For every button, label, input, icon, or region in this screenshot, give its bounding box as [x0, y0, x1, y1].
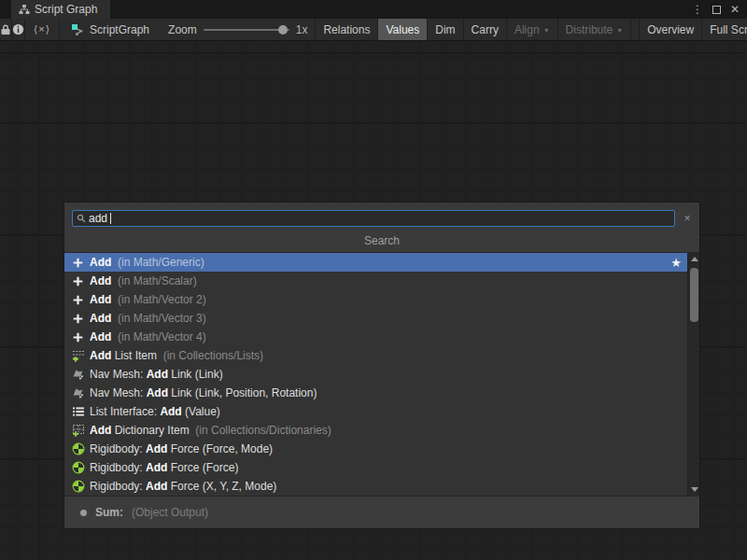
- zoom-label: Zoom: [168, 23, 197, 36]
- info-icon: [12, 23, 24, 35]
- toolbar-button-dim[interactable]: Dim: [428, 19, 463, 40]
- graph-name-label: ScriptGraph: [90, 23, 149, 36]
- list-item[interactable]: Nav Mesh: Add Link (Link): [64, 365, 687, 384]
- toolbar-button-overview[interactable]: Overview: [639, 19, 702, 40]
- list-item[interactable]: Add (in Math/Generic)★: [64, 253, 687, 272]
- toolbar-button-label: Align: [514, 23, 540, 36]
- search-row: add ×: [64, 203, 699, 230]
- list-item-category: (in Collections/Lists): [157, 349, 263, 362]
- results-list-container: Add (in Math/Generic)★Add (in Math/Scala…: [64, 253, 699, 496]
- list-item[interactable]: Rigidbody: Add Force (Force): [64, 458, 687, 477]
- plus-icon: [71, 274, 85, 287]
- clear-search-icon[interactable]: ×: [681, 212, 694, 225]
- info-button[interactable]: [12, 19, 25, 40]
- toolbar-button-label: Distribute: [566, 23, 613, 36]
- list-item[interactable]: Add (in Math/Vector 2): [64, 290, 687, 309]
- list-item-label: Add (in Math/Vector 3): [90, 312, 206, 325]
- chevron-down-icon: ▼: [543, 27, 550, 34]
- finder-footer: Sum: (Object Output): [64, 496, 699, 528]
- list-item[interactable]: List Interface: Add (Value): [64, 402, 687, 421]
- list-item[interactable]: Rigidbody: Add Force (X, Y, Z, Mode): [64, 477, 687, 496]
- search-query-text: add: [89, 211, 107, 226]
- toolbar-button-carry[interactable]: Carry: [464, 19, 507, 40]
- toolbar-button-label: Dim: [435, 23, 455, 36]
- toolbar-button-group: RelationsValuesDimCarryAlign▼Distribute▼…: [316, 19, 747, 40]
- chevron-down-icon: ▼: [616, 27, 623, 34]
- toolbar-button-label: Relations: [323, 23, 370, 36]
- list-item-category: (in Collections/Dictionaries): [190, 424, 331, 437]
- search-icon: [77, 214, 86, 223]
- list-item-label: Add Dictionary Item (in Collections/Dict…: [90, 424, 331, 437]
- toolbar-button-full-screen[interactable]: Full Screen: [702, 19, 747, 40]
- zoom-slider-handle[interactable]: [278, 25, 288, 35]
- text-caret: [110, 213, 111, 224]
- unity-script-graph-window: Script Graph ⋮ ✕ ⟨×⟩ ScriptGraph Zoom 1x: [0, 0, 747, 560]
- plus-icon: [71, 330, 85, 343]
- list-item-label: Add List Item (in Collections/Lists): [90, 349, 263, 362]
- list-item-label: Nav Mesh: Add Link (Link, Position, Rota…: [90, 386, 317, 399]
- list-item-label: Rigidbody: Add Force (Force): [90, 461, 238, 474]
- toolbar-button-label: Carry: [472, 23, 499, 36]
- footer-title: Sum:: [95, 506, 123, 519]
- list-item[interactable]: Add (in Math/Vector 4): [64, 328, 687, 346]
- tab-label: Script Graph: [35, 3, 97, 16]
- toolbar-button-align[interactable]: Align▼: [507, 19, 558, 40]
- list-item-label: Add (in Math/Scalar): [90, 274, 197, 287]
- add-list-item-icon: [71, 349, 85, 362]
- list-item-label: Add (in Math/Vector 4): [90, 330, 206, 343]
- toolbar-button-values[interactable]: Values: [378, 19, 428, 40]
- plus-icon: [71, 256, 85, 269]
- toolbar-button-label: Values: [386, 23, 419, 36]
- code-view-button[interactable]: ⟨×⟩: [25, 19, 60, 40]
- rigidbody-icon: [71, 442, 85, 455]
- list-item[interactable]: Add (in Math/Vector 3): [64, 309, 687, 328]
- graph-breadcrumb[interactable]: ScriptGraph: [60, 19, 161, 40]
- list-item[interactable]: Rigidbody: Add Force (Force, Mode): [64, 440, 687, 458]
- list-item[interactable]: Add List Item (in Collections/Lists): [64, 346, 687, 365]
- title-bar: Script Graph ⋮ ✕: [0, 0, 747, 19]
- lock-button[interactable]: [0, 19, 12, 40]
- toolbar-button-distribute[interactable]: Distribute▼: [558, 19, 632, 40]
- list-item-category: (in Math/Vector 3): [111, 312, 205, 325]
- list-item-label: Rigidbody: Add Force (Force, Mode): [90, 442, 273, 455]
- list-item-category: (in Math/Generic): [111, 256, 204, 269]
- tab-script-graph[interactable]: Script Graph: [11, 0, 110, 19]
- list-item-category: (in Math/Scalar): [111, 274, 196, 287]
- graph-hierarchy-icon: [19, 4, 30, 15]
- add-dictionary-item-icon: [71, 424, 85, 437]
- scroll-up-icon[interactable]: [688, 253, 700, 265]
- toolbar-button-label: Full Screen: [710, 23, 747, 36]
- list-item-label: Add (in Math/Generic): [90, 256, 204, 269]
- output-port-icon: [80, 510, 87, 516]
- script-graph-icon: [71, 23, 84, 36]
- scrollbar[interactable]: [687, 253, 699, 496]
- footer-subtitle: (Object Output): [132, 506, 208, 519]
- search-input[interactable]: add: [72, 210, 675, 227]
- favorite-star-icon[interactable]: ★: [670, 256, 682, 270]
- list-item-label: Nav Mesh: Add Link (Link): [90, 368, 223, 381]
- list-item-category: (in Math/Vector 2): [111, 293, 205, 306]
- rigidbody-icon: [71, 461, 85, 474]
- window-controls: ⋮ ✕: [692, 0, 747, 19]
- list-item[interactable]: Nav Mesh: Add Link (Link, Position, Rota…: [64, 384, 687, 402]
- list-item-category: (in Math/Vector 4): [111, 330, 205, 343]
- graph-toolbar: ⟨×⟩ ScriptGraph Zoom 1x RelationsValuesD…: [0, 19, 747, 41]
- plus-icon: [71, 312, 85, 325]
- zoom-slider[interactable]: [204, 29, 289, 31]
- scrollbar-thumb[interactable]: [690, 268, 698, 322]
- close-icon[interactable]: ✕: [730, 4, 740, 15]
- maximize-icon[interactable]: [712, 6, 721, 14]
- list-item[interactable]: Add (in Math/Scalar): [64, 272, 687, 290]
- scroll-down-icon[interactable]: [688, 483, 700, 496]
- plus-icon: [71, 293, 85, 306]
- finder-header: Search: [64, 230, 699, 253]
- list-item-label: Rigidbody: Add Force (X, Y, Z, Mode): [90, 480, 276, 493]
- lock-icon: [0, 23, 11, 35]
- zoom-value: 1x: [296, 23, 308, 36]
- results-list: Add (in Math/Generic)★Add (in Math/Scala…: [64, 253, 687, 496]
- window-menu-icon[interactable]: ⋮: [692, 4, 703, 15]
- toolbar-button-label: Overview: [647, 23, 694, 36]
- list-item[interactable]: Add Dictionary Item (in Collections/Dict…: [64, 421, 687, 440]
- nav-mesh-icon: [71, 368, 85, 381]
- toolbar-button-relations[interactable]: Relations: [316, 19, 378, 40]
